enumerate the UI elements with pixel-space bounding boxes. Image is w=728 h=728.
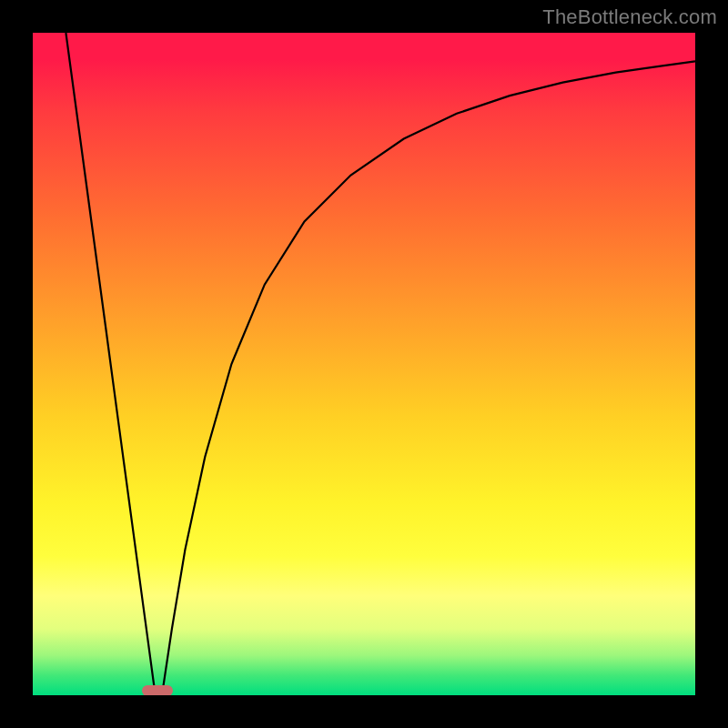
curve-right bbox=[162, 61, 695, 695]
watermark-label: TheBottleneck.com bbox=[542, 5, 717, 29]
plot-area bbox=[33, 33, 695, 695]
curve-svg bbox=[33, 33, 695, 695]
curve-left bbox=[66, 33, 155, 695]
bottom-marker bbox=[142, 685, 173, 695]
chart-frame: TheBottleneck.com bbox=[0, 0, 728, 728]
